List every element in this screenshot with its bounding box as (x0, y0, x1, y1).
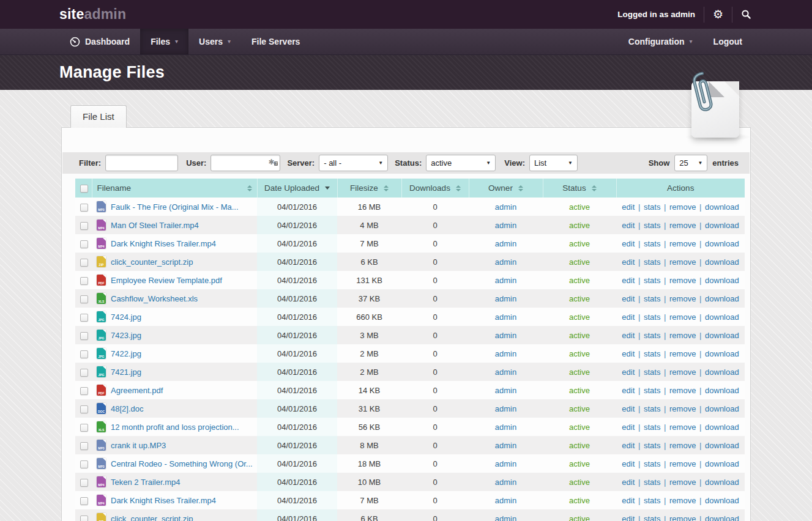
action-stats-link[interactable]: stats (644, 276, 660, 285)
action-edit-link[interactable]: edit (622, 478, 635, 487)
action-stats-link[interactable]: stats (644, 312, 660, 322)
filename-link[interactable]: Faulk - The Fire (Original Mix - Ma... (111, 202, 239, 212)
action-remove-link[interactable]: remove (669, 478, 696, 487)
action-edit-link[interactable]: edit (622, 239, 635, 248)
owner-link[interactable]: admin (495, 459, 516, 468)
action-edit-link[interactable]: edit (622, 257, 635, 267)
row-checkbox[interactable] (80, 369, 88, 377)
filter-input[interactable] (105, 155, 178, 171)
action-download-link[interactable]: download (705, 276, 739, 285)
action-remove-link[interactable]: remove (669, 496, 696, 505)
nav-item-dashboard[interactable]: Dashboard (59, 29, 140, 54)
action-remove-link[interactable]: remove (669, 221, 696, 230)
owner-link[interactable]: admin (495, 496, 516, 505)
row-checkbox[interactable] (80, 350, 88, 358)
row-checkbox[interactable] (80, 460, 88, 468)
action-remove-link[interactable]: remove (669, 276, 696, 285)
nav-item-logout[interactable]: Logout (703, 29, 753, 54)
nav-item-users[interactable]: Users ▾ (188, 29, 241, 54)
action-edit-link[interactable]: edit (622, 276, 635, 285)
filename-link[interactable]: click_counter_script.zip (111, 514, 193, 521)
tab-file-list[interactable]: File List (70, 105, 127, 128)
row-checkbox[interactable] (80, 277, 88, 285)
header-filename[interactable]: Filename (92, 179, 257, 198)
action-remove-link[interactable]: remove (669, 441, 696, 450)
filename-link[interactable]: Central Rodeo - Something Wrong (Or... (111, 459, 253, 468)
action-edit-link[interactable]: edit (622, 386, 635, 395)
owner-link[interactable]: admin (495, 441, 516, 450)
header-date-uploaded[interactable]: Date Uploaded (257, 179, 337, 198)
action-download-link[interactable]: download (705, 221, 739, 230)
action-download-link[interactable]: download (705, 331, 739, 340)
filename-link[interactable]: Dark Knight Rises Trailer.mp4 (111, 239, 216, 248)
action-stats-link[interactable]: stats (644, 221, 660, 230)
owner-link[interactable]: admin (495, 221, 516, 230)
action-edit-link[interactable]: edit (622, 496, 635, 505)
select-all-checkbox[interactable] (80, 185, 88, 193)
action-remove-link[interactable]: remove (669, 294, 696, 303)
owner-link[interactable]: admin (495, 423, 516, 432)
action-stats-link[interactable]: stats (644, 478, 660, 487)
owner-link[interactable]: admin (495, 368, 516, 377)
action-remove-link[interactable]: remove (669, 404, 696, 413)
action-remove-link[interactable]: remove (669, 257, 696, 267)
action-stats-link[interactable]: stats (644, 257, 660, 267)
filename-link[interactable]: 7423.jpg (111, 331, 141, 340)
action-download-link[interactable]: download (705, 423, 739, 432)
filename-link[interactable]: Agreement.pdf (111, 386, 163, 395)
action-stats-link[interactable]: stats (644, 514, 660, 521)
owner-link[interactable]: admin (495, 294, 516, 303)
action-edit-link[interactable]: edit (622, 441, 635, 450)
nav-item-files[interactable]: Files ▾ (140, 29, 188, 54)
action-download-link[interactable]: download (705, 459, 739, 468)
action-download-link[interactable]: download (705, 257, 739, 267)
filename-link[interactable]: Dark Knight Rises Trailer.mp4 (111, 496, 216, 505)
row-checkbox[interactable] (80, 515, 88, 521)
action-stats-link[interactable]: stats (644, 459, 660, 468)
row-checkbox[interactable] (80, 479, 88, 487)
action-stats-link[interactable]: stats (644, 441, 660, 450)
filename-link[interactable]: 7424.jpg (111, 312, 141, 322)
action-remove-link[interactable]: remove (669, 239, 696, 248)
action-stats-link[interactable]: stats (644, 368, 660, 377)
server-select[interactable]: - all - ▼ (319, 155, 388, 171)
filename-link[interactable]: Cashflow_Worksheet.xls (111, 294, 198, 303)
action-edit-link[interactable]: edit (622, 312, 635, 322)
search-icon[interactable] (741, 9, 751, 20)
action-stats-link[interactable]: stats (644, 386, 660, 395)
action-download-link[interactable]: download (705, 349, 739, 358)
action-stats-link[interactable]: stats (644, 349, 660, 358)
header-downloads[interactable]: Downloads (401, 179, 469, 198)
action-download-link[interactable]: download (705, 312, 739, 322)
nav-item-configuration[interactable]: Configuration ▾ (618, 29, 703, 54)
action-download-link[interactable]: download (705, 202, 739, 212)
action-remove-link[interactable]: remove (669, 386, 696, 395)
row-checkbox[interactable] (80, 497, 88, 505)
header-status[interactable]: Status (543, 179, 616, 198)
filename-link[interactable]: 7422.jpg (111, 349, 141, 358)
action-download-link[interactable]: download (705, 294, 739, 303)
action-download-link[interactable]: download (705, 239, 739, 248)
owner-link[interactable]: admin (495, 331, 516, 340)
action-edit-link[interactable]: edit (622, 459, 635, 468)
action-remove-link[interactable]: remove (669, 423, 696, 432)
action-remove-link[interactable]: remove (669, 202, 696, 212)
show-entries-select[interactable]: 25 ▼ (674, 155, 707, 171)
row-checkbox[interactable] (80, 387, 88, 395)
brand-logo[interactable]: siteadmin (59, 6, 126, 23)
action-edit-link[interactable]: edit (622, 404, 635, 413)
row-checkbox[interactable] (80, 295, 88, 303)
nav-item-file-servers[interactable]: File Servers (241, 29, 310, 54)
owner-link[interactable]: admin (495, 239, 516, 248)
action-stats-link[interactable]: stats (644, 404, 660, 413)
filename-link[interactable]: click_counter_script.zip (111, 257, 193, 267)
action-download-link[interactable]: download (705, 496, 739, 505)
action-stats-link[interactable]: stats (644, 202, 660, 212)
row-checkbox[interactable] (80, 240, 88, 248)
filename-link[interactable]: Teken 2 Trailer.mp4 (111, 478, 180, 487)
action-edit-link[interactable]: edit (622, 349, 635, 358)
action-remove-link[interactable]: remove (669, 331, 696, 340)
action-download-link[interactable]: download (705, 404, 739, 413)
owner-link[interactable]: admin (495, 514, 516, 521)
row-checkbox[interactable] (80, 204, 88, 212)
